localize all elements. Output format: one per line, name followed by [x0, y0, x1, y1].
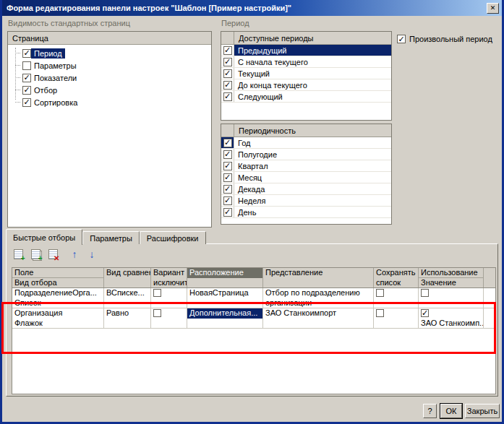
periodicity-checkbox[interactable]: [223, 139, 232, 147]
periodicity-checkbox[interactable]: [223, 173, 232, 182]
help-button[interactable]: ?: [423, 404, 437, 418]
periodicity-label[interactable]: Год: [234, 137, 391, 148]
column-header-comparison[interactable]: Вид сравнения: [104, 268, 151, 287]
period-item-to-end[interactable]: До конца текущего: [221, 79, 391, 91]
filters-table-body[interactable]: ПодразделениеОрга... Список ВСписке... Н…: [12, 288, 495, 394]
periodicity-label[interactable]: Квартал: [234, 160, 391, 171]
period-item-from-start[interactable]: С начала текущего: [221, 56, 391, 68]
tab-quick-filters[interactable]: Быстрые отборы: [6, 229, 82, 245]
column-header-location[interactable]: Расположение: [187, 268, 263, 287]
titlebar[interactable]: Форма редактирования панели настроек "Ша…: [2, 0, 502, 16]
periodicity-item-year[interactable]: Год: [221, 137, 391, 149]
move-up-button[interactable]: ↑: [67, 248, 82, 261]
period-label[interactable]: Следующий: [234, 91, 391, 102]
cell-use[interactable]: ЗАО Станкоимп...: [419, 308, 484, 328]
page-item-filter[interactable]: Отбор: [8, 84, 211, 96]
filters-table-header[interactable]: Поле Вид отбора Вид сравнения Вариант ис…: [12, 268, 495, 288]
period-checkbox[interactable]: [223, 46, 232, 55]
use-checkbox[interactable]: [421, 289, 429, 297]
add-copy-button[interactable]: +: [28, 248, 43, 261]
page-label-parameters[interactable]: Параметры: [31, 61, 80, 71]
available-periods-body[interactable]: Предыдущий С начала текущего Текущий До …: [221, 45, 391, 103]
period-label[interactable]: С начала текущего: [234, 56, 391, 67]
filters-table[interactable]: Поле Вид отбора Вид сравнения Вариант ис…: [12, 267, 496, 394]
page-label-period[interactable]: Период: [31, 48, 65, 59]
checkbox-cell[interactable]: [221, 137, 234, 148]
periodicity-checkbox[interactable]: [223, 185, 232, 194]
page-item-parameters[interactable]: Параметры: [8, 59, 211, 72]
cell-comparison[interactable]: Равно: [104, 308, 151, 328]
period-label[interactable]: До конца текущего: [234, 79, 391, 90]
tab-decryptions[interactable]: Расшифровки: [140, 231, 206, 244]
page-checkbox-sorting[interactable]: [22, 98, 31, 107]
available-periods-header[interactable]: Доступные периоды: [221, 32, 391, 45]
filter-row-subdivision[interactable]: ПодразделениеОрга... Список ВСписке... Н…: [12, 288, 495, 308]
tab-parameters[interactable]: Параметры: [82, 231, 140, 244]
checkbox-cell[interactable]: [221, 68, 234, 79]
filter-row-organization[interactable]: Организация Флажок Равно Дополнительная.…: [12, 308, 495, 329]
checkbox-cell[interactable]: [221, 195, 234, 206]
period-item-previous[interactable]: Предыдущий: [221, 45, 391, 56]
column-header-exclude[interactable]: Вариант исключить: [151, 268, 187, 287]
checkbox-cell[interactable]: [221, 56, 234, 67]
period-label[interactable]: Предыдущий: [234, 45, 391, 56]
period-checkbox[interactable]: [223, 69, 232, 78]
checkbox-cell[interactable]: [221, 207, 234, 217]
cell-location[interactable]: Дополнительная...: [187, 308, 263, 328]
periodicity-label[interactable]: День: [234, 207, 391, 217]
page-checkbox-period[interactable]: [22, 49, 31, 58]
cell-location[interactable]: НоваяСтраница: [187, 288, 263, 308]
move-down-button[interactable]: ↓: [85, 248, 99, 261]
save-list-checkbox[interactable]: [376, 289, 384, 297]
period-checkbox[interactable]: [223, 81, 232, 90]
column-header-field[interactable]: Поле Вид отбора: [12, 268, 104, 287]
periodicity-body[interactable]: Год Полугодие Квартал Месяц Декада: [221, 137, 391, 218]
periodicity-label[interactable]: Месяц: [234, 172, 391, 183]
cell-save-list[interactable]: [374, 308, 419, 328]
page-label-filter[interactable]: Отбор: [31, 85, 60, 95]
column-header-use[interactable]: Использование Значение: [419, 268, 484, 287]
page-label-indicators[interactable]: Показатели: [31, 73, 80, 83]
periodicity-label[interactable]: Декада: [234, 183, 391, 194]
period-item-next[interactable]: Следующий: [221, 91, 391, 103]
pages-list-header[interactable]: Страница: [8, 32, 211, 45]
period-label[interactable]: Текущий: [234, 68, 391, 79]
periodicity-item-decade[interactable]: Декада: [221, 183, 391, 195]
cell-presentation[interactable]: Отбор по подразделению организации: [263, 288, 374, 308]
exclude-checkbox[interactable]: [153, 309, 161, 317]
cell-field[interactable]: Организация Флажок: [12, 308, 104, 328]
save-list-checkbox[interactable]: [376, 309, 384, 317]
period-item-current[interactable]: Текущий: [221, 68, 391, 79]
cell-comparison[interactable]: ВСписке...: [104, 288, 151, 308]
periodicity-checkbox[interactable]: [223, 150, 232, 159]
checkbox-cell[interactable]: [221, 172, 234, 183]
delete-row-button[interactable]: ✕: [46, 248, 60, 261]
add-row-button[interactable]: +: [11, 248, 25, 261]
column-header-save-list[interactable]: Сохранять список: [374, 268, 419, 287]
cell-use[interactable]: [419, 288, 484, 308]
ok-button[interactable]: ОК: [440, 404, 462, 418]
periodicity-checkbox[interactable]: [223, 208, 232, 217]
page-item-indicators[interactable]: Показатели: [8, 72, 211, 84]
page-label-sorting[interactable]: Сортировка: [31, 98, 80, 108]
close-dialog-button[interactable]: Закрыть: [465, 404, 500, 418]
page-item-period[interactable]: Период: [8, 47, 211, 59]
period-checkbox[interactable]: [223, 58, 232, 66]
checkbox-cell[interactable]: [221, 45, 234, 56]
checkbox-cell[interactable]: [221, 79, 234, 90]
page-checkbox-indicators[interactable]: [22, 74, 31, 82]
periodicity-header[interactable]: Периодичность: [221, 124, 391, 137]
period-checkbox[interactable]: [223, 92, 232, 101]
checkbox-cell[interactable]: [221, 160, 234, 171]
custom-period-checkbox[interactable]: [397, 35, 406, 43]
periodicity-item-month[interactable]: Месяц: [221, 172, 391, 183]
checkbox-cell[interactable]: [221, 183, 234, 194]
checkbox-cell[interactable]: [221, 149, 234, 160]
custom-period-option[interactable]: Произвольный период: [397, 35, 492, 43]
periodicity-item-quarter[interactable]: Квартал: [221, 160, 391, 172]
periodicity-item-day[interactable]: День: [221, 207, 391, 218]
cell-presentation[interactable]: ЗАО Станкоимпорт: [263, 308, 374, 328]
periodicity-checkbox[interactable]: [223, 196, 232, 205]
cell-field[interactable]: ПодразделениеОрга... Список: [12, 288, 104, 308]
exclude-checkbox[interactable]: [153, 289, 161, 297]
